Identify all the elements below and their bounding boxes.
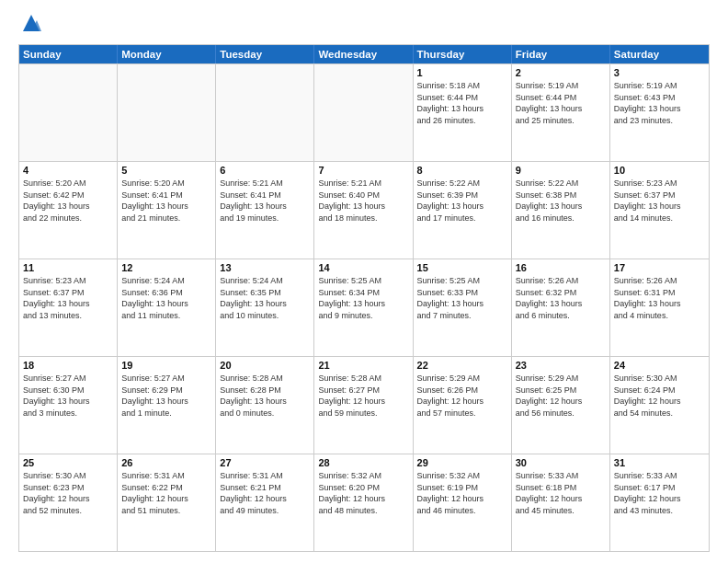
day-cell-19: 19Sunrise: 5:27 AM Sunset: 6:29 PM Dayli… [118, 357, 216, 454]
day-cell-7: 7Sunrise: 5:21 AM Sunset: 6:40 PM Daylig… [314, 162, 413, 259]
day-number: 8 [417, 165, 507, 176]
day-cell-20: 20Sunrise: 5:28 AM Sunset: 6:28 PM Dayli… [216, 357, 314, 454]
empty-cell [19, 64, 118, 161]
calendar-week-5: 25Sunrise: 5:30 AM Sunset: 6:23 PM Dayli… [19, 454, 709, 551]
day-info: Sunrise: 5:28 AM Sunset: 6:27 PM Dayligh… [318, 373, 408, 419]
day-cell-11: 11Sunrise: 5:23 AM Sunset: 6:37 PM Dayli… [19, 259, 118, 356]
day-info: Sunrise: 5:24 AM Sunset: 6:35 PM Dayligh… [220, 275, 310, 321]
day-cell-21: 21Sunrise: 5:28 AM Sunset: 6:27 PM Dayli… [314, 357, 413, 454]
day-cell-4: 4Sunrise: 5:20 AM Sunset: 6:42 PM Daylig… [19, 162, 118, 259]
day-info: Sunrise: 5:26 AM Sunset: 6:32 PM Dayligh… [516, 275, 606, 321]
day-info: Sunrise: 5:31 AM Sunset: 6:22 PM Dayligh… [121, 470, 211, 516]
day-cell-31: 31Sunrise: 5:33 AM Sunset: 6:17 PM Dayli… [610, 454, 709, 551]
day-number: 6 [220, 165, 310, 176]
day-info: Sunrise: 5:33 AM Sunset: 6:18 PM Dayligh… [516, 470, 606, 516]
day-cell-27: 27Sunrise: 5:31 AM Sunset: 6:21 PM Dayli… [216, 454, 314, 551]
day-number: 23 [516, 360, 606, 371]
day-cell-25: 25Sunrise: 5:30 AM Sunset: 6:23 PM Dayli… [19, 454, 118, 551]
day-info: Sunrise: 5:29 AM Sunset: 6:26 PM Dayligh… [417, 373, 507, 419]
day-number: 25 [23, 457, 113, 468]
day-cell-2: 2Sunrise: 5:19 AM Sunset: 6:44 PM Daylig… [512, 64, 610, 161]
empty-cell [216, 64, 314, 161]
day-cell-24: 24Sunrise: 5:30 AM Sunset: 6:24 PM Dayli… [610, 357, 709, 454]
calendar-week-2: 4Sunrise: 5:20 AM Sunset: 6:42 PM Daylig… [19, 161, 709, 259]
day-number: 15 [417, 262, 507, 273]
day-info: Sunrise: 5:22 AM Sunset: 6:39 PM Dayligh… [417, 178, 507, 224]
header-day-monday: Monday [118, 45, 216, 63]
day-cell-6: 6Sunrise: 5:21 AM Sunset: 6:41 PM Daylig… [216, 162, 314, 259]
day-number: 18 [23, 360, 113, 371]
day-info: Sunrise: 5:28 AM Sunset: 6:28 PM Dayligh… [220, 373, 310, 419]
day-number: 3 [614, 67, 705, 78]
day-cell-12: 12Sunrise: 5:24 AM Sunset: 6:36 PM Dayli… [118, 259, 216, 356]
day-info: Sunrise: 5:26 AM Sunset: 6:31 PM Dayligh… [614, 275, 705, 321]
day-cell-23: 23Sunrise: 5:29 AM Sunset: 6:25 PM Dayli… [512, 357, 610, 454]
day-cell-26: 26Sunrise: 5:31 AM Sunset: 6:22 PM Dayli… [118, 454, 216, 551]
day-cell-22: 22Sunrise: 5:29 AM Sunset: 6:26 PM Dayli… [414, 357, 512, 454]
calendar-week-4: 18Sunrise: 5:27 AM Sunset: 6:30 PM Dayli… [19, 356, 709, 454]
day-cell-14: 14Sunrise: 5:25 AM Sunset: 6:34 PM Dayli… [314, 259, 413, 356]
header-day-sunday: Sunday [19, 45, 118, 63]
day-info: Sunrise: 5:21 AM Sunset: 6:41 PM Dayligh… [220, 178, 310, 224]
day-info: Sunrise: 5:27 AM Sunset: 6:29 PM Dayligh… [121, 373, 211, 419]
day-info: Sunrise: 5:30 AM Sunset: 6:24 PM Dayligh… [614, 373, 705, 419]
day-cell-13: 13Sunrise: 5:24 AM Sunset: 6:35 PM Dayli… [216, 259, 314, 356]
day-info: Sunrise: 5:21 AM Sunset: 6:40 PM Dayligh… [318, 178, 408, 224]
calendar-body: 1Sunrise: 5:18 AM Sunset: 6:44 PM Daylig… [19, 63, 709, 551]
day-cell-17: 17Sunrise: 5:26 AM Sunset: 6:31 PM Dayli… [610, 259, 709, 356]
day-number: 17 [614, 262, 705, 273]
day-info: Sunrise: 5:20 AM Sunset: 6:41 PM Dayligh… [121, 178, 211, 224]
header-day-saturday: Saturday [610, 45, 709, 63]
day-number: 16 [516, 262, 606, 273]
header-day-friday: Friday [512, 45, 610, 63]
calendar: SundayMondayTuesdayWednesdayThursdayFrid… [18, 44, 710, 552]
day-number: 11 [23, 262, 113, 273]
day-cell-10: 10Sunrise: 5:23 AM Sunset: 6:37 PM Dayli… [610, 162, 709, 259]
day-info: Sunrise: 5:27 AM Sunset: 6:30 PM Dayligh… [23, 373, 113, 419]
day-info: Sunrise: 5:24 AM Sunset: 6:36 PM Dayligh… [121, 275, 211, 321]
header-day-wednesday: Wednesday [314, 45, 413, 63]
empty-cell [314, 64, 413, 161]
day-info: Sunrise: 5:20 AM Sunset: 6:42 PM Dayligh… [23, 178, 113, 224]
day-number: 7 [318, 165, 408, 176]
day-info: Sunrise: 5:22 AM Sunset: 6:38 PM Dayligh… [516, 178, 606, 224]
day-cell-29: 29Sunrise: 5:32 AM Sunset: 6:19 PM Dayli… [414, 454, 512, 551]
day-number: 9 [516, 165, 606, 176]
day-cell-8: 8Sunrise: 5:22 AM Sunset: 6:39 PM Daylig… [414, 162, 512, 259]
day-info: Sunrise: 5:32 AM Sunset: 6:19 PM Dayligh… [417, 470, 507, 516]
day-info: Sunrise: 5:18 AM Sunset: 6:44 PM Dayligh… [417, 80, 507, 126]
day-info: Sunrise: 5:19 AM Sunset: 6:43 PM Dayligh… [614, 80, 705, 126]
day-number: 10 [614, 165, 705, 176]
day-number: 4 [23, 165, 113, 176]
day-cell-3: 3Sunrise: 5:19 AM Sunset: 6:43 PM Daylig… [610, 64, 709, 161]
day-number: 31 [614, 457, 705, 468]
day-number: 12 [121, 262, 211, 273]
day-cell-9: 9Sunrise: 5:22 AM Sunset: 6:38 PM Daylig… [512, 162, 610, 259]
day-info: Sunrise: 5:19 AM Sunset: 6:44 PM Dayligh… [516, 80, 606, 126]
day-number: 30 [516, 457, 606, 468]
day-number: 28 [318, 457, 408, 468]
day-cell-28: 28Sunrise: 5:32 AM Sunset: 6:20 PM Dayli… [314, 454, 413, 551]
day-cell-16: 16Sunrise: 5:26 AM Sunset: 6:32 PM Dayli… [512, 259, 610, 356]
day-number: 5 [121, 165, 211, 176]
day-number: 14 [318, 262, 408, 273]
day-number: 13 [220, 262, 310, 273]
header-day-thursday: Thursday [414, 45, 512, 63]
empty-cell [118, 64, 216, 161]
day-cell-18: 18Sunrise: 5:27 AM Sunset: 6:30 PM Dayli… [19, 357, 118, 454]
page: SundayMondayTuesdayWednesdayThursdayFrid… [0, 0, 728, 563]
day-info: Sunrise: 5:23 AM Sunset: 6:37 PM Dayligh… [23, 275, 113, 321]
day-info: Sunrise: 5:25 AM Sunset: 6:33 PM Dayligh… [417, 275, 507, 321]
header [18, 15, 710, 37]
day-info: Sunrise: 5:30 AM Sunset: 6:23 PM Dayligh… [23, 470, 113, 516]
calendar-week-1: 1Sunrise: 5:18 AM Sunset: 6:44 PM Daylig… [19, 63, 709, 161]
logo [18, 15, 41, 37]
day-number: 27 [220, 457, 310, 468]
day-number: 24 [614, 360, 705, 371]
day-cell-15: 15Sunrise: 5:25 AM Sunset: 6:33 PM Dayli… [414, 259, 512, 356]
day-number: 19 [121, 360, 211, 371]
day-cell-30: 30Sunrise: 5:33 AM Sunset: 6:18 PM Dayli… [512, 454, 610, 551]
day-number: 29 [417, 457, 507, 468]
day-info: Sunrise: 5:31 AM Sunset: 6:21 PM Dayligh… [220, 470, 310, 516]
day-number: 20 [220, 360, 310, 371]
